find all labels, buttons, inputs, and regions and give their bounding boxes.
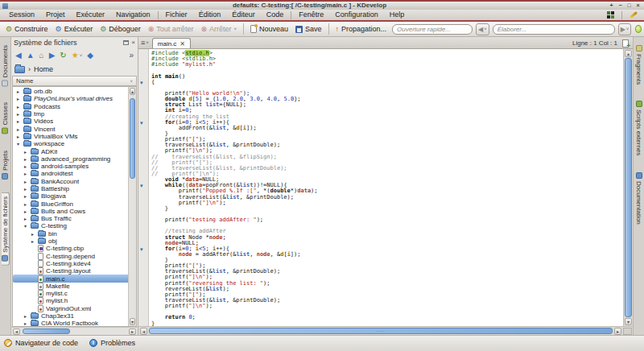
expander-icon[interactable]: ▸ xyxy=(23,156,28,162)
tree-item[interactable]: ▸Bulls and Cows xyxy=(13,208,136,215)
fold-marker-icon[interactable]: ▾ xyxy=(140,183,143,188)
close-tab-icon[interactable]: ✕ xyxy=(180,40,185,47)
tree-item[interactable]: ▸android-samples xyxy=(13,163,136,170)
expander-icon[interactable]: ▸ xyxy=(15,89,21,94)
menu-fichier[interactable]: Fichier xyxy=(160,10,193,20)
menu-dition[interactable]: Édition xyxy=(193,10,227,20)
fold-marker-icon[interactable]: ▾ xyxy=(140,120,143,126)
tree-item[interactable]: ValgrindOut.xml xyxy=(13,305,136,312)
sidebar-tab-classes[interactable]: Classes xyxy=(2,99,9,137)
tree-item[interactable]: C-testing.cbp xyxy=(13,245,136,252)
menu-code[interactable]: Code xyxy=(261,10,290,20)
forward-icon[interactable]: ▶ xyxy=(49,51,56,60)
menu-session[interactable]: Session xyxy=(3,10,40,20)
tree-item[interactable]: ▸CIA World Factbook xyxy=(13,320,136,327)
review-area-icon[interactable] xyxy=(630,11,638,19)
tree-column-header[interactable]: Name ˅ xyxy=(12,76,137,86)
expander-icon[interactable]: ▸ xyxy=(15,96,21,101)
fold-marker-icon[interactable]: ▾ xyxy=(140,80,143,85)
tree-item[interactable]: ▸PlayOnLinux's virtual drives xyxy=(13,95,136,102)
up-icon[interactable]: ▲ xyxy=(27,51,35,60)
expander-icon[interactable]: ▸ xyxy=(30,231,35,237)
code-view[interactable]: #include <stdio.h>#include <stdlib.h>#in… xyxy=(149,49,623,326)
scrollbar-thumb[interactable] xyxy=(625,58,632,317)
expander-icon[interactable]: ▸ xyxy=(15,126,21,132)
expander-icon[interactable]: ▸ xyxy=(23,163,28,169)
expander-icon[interactable]: ▾ xyxy=(15,141,21,147)
tree-item[interactable]: ▸obj xyxy=(13,237,136,245)
tree-item[interactable]: C-testing.kdev4 xyxy=(13,260,136,267)
menu-configuration[interactable]: Configuration xyxy=(329,10,384,20)
propagation-button[interactable]: ↑Propagation... xyxy=(332,24,390,34)
expander-icon[interactable]: ▸ xyxy=(23,171,28,176)
close-button[interactable]: × xyxy=(634,2,642,9)
tree-item[interactable]: mylist.h xyxy=(13,297,136,304)
tree-item[interactable]: ▸BlueGriffon xyxy=(13,200,136,207)
tab-main-c[interactable]: main.c ✕ xyxy=(152,38,191,48)
sidebar-tab-scripts-externes[interactable]: Scripts externes xyxy=(635,97,642,159)
reload-icon[interactable]: ↻ xyxy=(60,51,66,60)
scrollbar-thumb[interactable] xyxy=(23,328,70,334)
tree-item[interactable]: ▸Chap3ex31 xyxy=(13,312,136,320)
sidebar-tab-documentation[interactable]: Documentation xyxy=(635,169,642,228)
tree-item[interactable]: ▸BankAccount xyxy=(13,178,136,185)
tree-item[interactable]: ▸androidtest xyxy=(13,170,136,177)
statusbar-probl-mes[interactable]: Problèmes xyxy=(89,339,135,347)
expander-icon[interactable]: ▸ xyxy=(23,201,28,207)
expander-icon[interactable]: ▸ xyxy=(23,149,28,155)
expander-icon[interactable]: ▸ xyxy=(15,104,21,109)
nouveau-button[interactable]: Nouveau xyxy=(247,24,291,34)
expander-icon[interactable]: ▸ xyxy=(23,313,28,319)
editor-vertical-scrollbar[interactable]: ▴ ▾ xyxy=(623,49,633,326)
menu-help[interactable]: Help xyxy=(384,10,411,20)
pin-button[interactable]: + xyxy=(608,2,615,9)
tree-item[interactable]: main.c xyxy=(13,275,136,282)
scroll-right-icon[interactable]: ▸ xyxy=(614,328,621,335)
tree-item[interactable]: ▸tmp xyxy=(13,110,136,118)
quick-open-input[interactable] xyxy=(392,24,473,35)
expander-icon[interactable]: ▾ xyxy=(23,223,28,229)
tree-item[interactable]: ▾workspace xyxy=(13,140,136,147)
elaborate-input[interactable] xyxy=(493,24,615,35)
fold-marker-icon[interactable]: ▾ xyxy=(140,246,143,252)
tree-item[interactable]: ▸advanced_programming xyxy=(13,155,136,163)
document-switcher-button[interactable]: ≡ ˅ xyxy=(141,39,149,47)
jump-forward-button[interactable]: ▶ ˅ xyxy=(618,23,632,35)
editor-horizontal-scrollbar[interactable]: ◂ ∙∙∙ ▸ xyxy=(138,326,633,335)
expander-icon[interactable]: ▸ xyxy=(15,118,21,124)
scrollbar-groove[interactable] xyxy=(22,328,127,334)
new-document-icon[interactable] xyxy=(622,39,629,47)
expander-icon[interactable]: ▸ xyxy=(23,320,28,326)
statusbar-navigateur-de-code[interactable]: Navigateur de code xyxy=(4,339,78,347)
sidebar-tab-syst-me-de-fichiers[interactable]: Système de fichiers xyxy=(2,192,10,266)
construire-button[interactable]: ⚙Construire xyxy=(2,24,52,34)
scroll-down-icon[interactable]: ▾ xyxy=(625,318,632,325)
scroll-up-icon[interactable]: ▴ xyxy=(625,50,632,57)
jump-back-button[interactable]: ◀ ˅ xyxy=(476,23,489,35)
scrollbar-thumb[interactable]: ∙∙∙ xyxy=(149,328,613,334)
save-button[interactable]: Save xyxy=(292,24,325,34)
tree-vertical-scrollbar[interactable]: ▴ ▾ xyxy=(128,87,136,326)
tree-item[interactable]: mylist.c xyxy=(13,290,136,297)
close-panel-icon[interactable]: × xyxy=(131,39,135,46)
editor-icon-border[interactable]: ▾▾▾▾ xyxy=(138,49,149,326)
overflow-icon[interactable]: » xyxy=(129,51,134,60)
area-switcher-icon[interactable] xyxy=(607,11,610,14)
expander-icon[interactable]: ▸ xyxy=(23,216,28,221)
sync-icon[interactable]: ◆ xyxy=(87,51,93,60)
menu-ex-cuter[interactable]: Exécuter xyxy=(71,10,111,20)
tree-item[interactable]: ▸Vidéos xyxy=(13,118,136,125)
expander-icon[interactable]: ▸ xyxy=(15,134,21,139)
tree-item[interactable]: ▸Battleship xyxy=(13,185,136,192)
tree-item[interactable]: ▸bin xyxy=(13,230,136,237)
titlebar[interactable]: defaults: C-testing:[ /C-testing/main.c … xyxy=(0,2,644,10)
tree-item[interactable]: Makefile xyxy=(13,283,136,290)
tree-item[interactable]: ▸Podcasts xyxy=(13,103,136,110)
tree-item[interactable]: ▸Bus Traffic xyxy=(13,215,136,222)
ex-cuter-button[interactable]: ⚙Exécuter xyxy=(52,24,97,34)
tree-item[interactable]: ▸Blogjava xyxy=(13,192,136,200)
tree-item[interactable]: ▸ADKit xyxy=(13,147,136,155)
back-icon[interactable]: ◀ xyxy=(15,51,22,60)
menu-diteur[interactable]: Éditeur xyxy=(226,10,261,20)
expander-icon[interactable]: ▸ xyxy=(23,209,28,214)
